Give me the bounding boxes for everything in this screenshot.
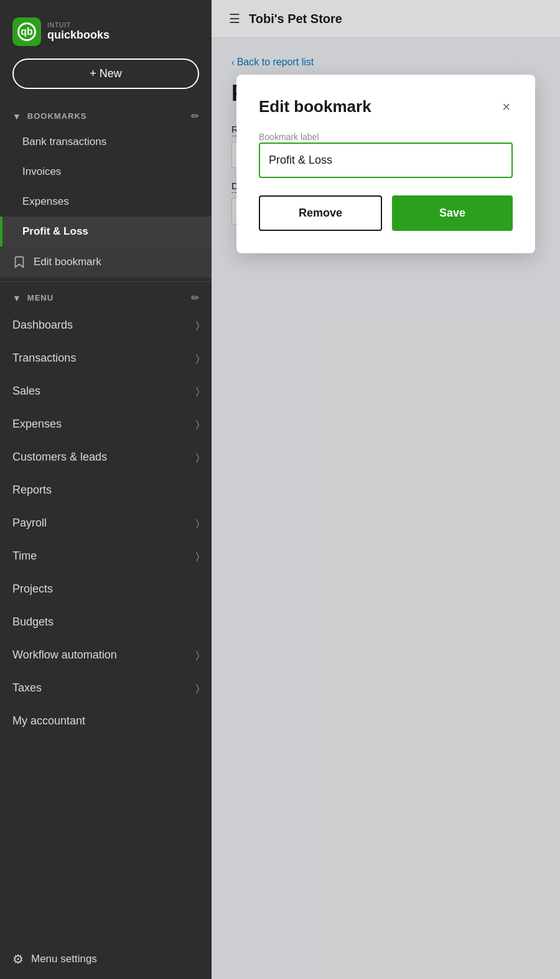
edit-bookmark-label: Edit bookmark xyxy=(34,256,101,268)
brand-name: quickbooks xyxy=(47,29,110,42)
sidebar-item-bank-transactions[interactable]: Bank transactions xyxy=(0,127,212,157)
save-button[interactable]: Save xyxy=(392,195,513,231)
sales-chevron-icon: 〉 xyxy=(196,386,199,397)
sidebar-divider xyxy=(0,281,212,282)
modal-overlay: Edit bookmark × Bookmark label Remove Sa… xyxy=(212,0,560,979)
customers-chevron-icon: 〉 xyxy=(196,452,199,463)
transactions-chevron-icon: 〉 xyxy=(196,353,199,364)
bookmarks-edit-icon[interactable]: ✏ xyxy=(191,110,199,122)
bookmark-input[interactable] xyxy=(259,143,513,178)
menu-chevron-icon: ▼ xyxy=(12,293,21,303)
menu-edit-icon[interactable]: ✏ xyxy=(191,292,199,304)
menu-item-workflow-automation[interactable]: Workflow automation 〉 xyxy=(0,639,212,672)
modal-close-button[interactable]: × xyxy=(500,98,513,116)
menu-item-time[interactable]: Time 〉 xyxy=(0,540,212,573)
menu-item-taxes[interactable]: Taxes 〉 xyxy=(0,672,212,705)
menu-item-payroll[interactable]: Payroll 〉 xyxy=(0,507,212,540)
remove-button[interactable]: Remove xyxy=(259,195,382,231)
menu-item-budgets[interactable]: Budgets xyxy=(0,606,212,639)
payroll-chevron-icon: 〉 xyxy=(196,518,199,529)
modal-title: Edit bookmark xyxy=(259,97,371,116)
sidebar-item-profit-loss[interactable]: Profit & Loss xyxy=(0,217,212,246)
time-chevron-icon: 〉 xyxy=(196,551,199,562)
menu-item-sales[interactable]: Sales 〉 xyxy=(0,375,212,408)
bookmarks-chevron-icon: ▼ xyxy=(12,111,21,121)
menu-item-customers-leads[interactable]: Customers & leads 〉 xyxy=(0,441,212,474)
bookmark-label-text: Bookmark label xyxy=(259,132,319,142)
quickbooks-logo: qb xyxy=(12,17,41,46)
menu-item-dashboards[interactable]: Dashboards 〉 xyxy=(0,309,212,342)
menu-section-title: MENU xyxy=(27,293,54,302)
expenses-chevron-icon: 〉 xyxy=(196,419,199,430)
sidebar: qb INTUIT quickbooks + New ▼ BOOKMARKS ✏… xyxy=(0,0,212,979)
menu-settings[interactable]: ⚙ Menu settings xyxy=(0,939,212,979)
dashboards-chevron-icon: 〉 xyxy=(196,320,199,331)
gear-icon: ⚙ xyxy=(12,952,24,967)
bookmark-icon xyxy=(12,255,26,269)
sidebar-item-invoices[interactable]: Invoices xyxy=(0,157,212,187)
brand-intuit: INTUIT xyxy=(47,22,110,29)
workflow-chevron-icon: 〉 xyxy=(196,650,199,661)
new-button-container: + New xyxy=(0,59,212,104)
taxes-chevron-icon: 〉 xyxy=(196,683,199,694)
bookmarks-section-title: BOOKMARKS xyxy=(27,111,87,121)
sidebar-item-expenses[interactable]: Expenses xyxy=(0,187,212,217)
menu-item-projects[interactable]: Projects xyxy=(0,573,212,606)
menu-item-reports[interactable]: Reports xyxy=(0,474,212,507)
bookmarks-section-header: ▼ BOOKMARKS ✏ xyxy=(0,104,212,127)
menu-section-header: ▼ MENU ✏ xyxy=(0,286,212,309)
edit-bookmark-row[interactable]: Edit bookmark xyxy=(0,246,212,278)
menu-item-expenses[interactable]: Expenses 〉 xyxy=(0,408,212,441)
menu-settings-label: Menu settings xyxy=(31,953,97,965)
new-button[interactable]: + New xyxy=(12,59,199,89)
main-content: ☰ Tobi's Pet Store ‹ Back to report list… xyxy=(212,0,560,979)
edit-bookmark-modal: Edit bookmark × Bookmark label Remove Sa… xyxy=(236,75,535,253)
menu-item-transactions[interactable]: Transactions 〉 xyxy=(0,342,212,375)
menu-item-my-accountant[interactable]: My accountant xyxy=(0,705,212,738)
sidebar-header: qb INTUIT quickbooks xyxy=(0,0,212,59)
